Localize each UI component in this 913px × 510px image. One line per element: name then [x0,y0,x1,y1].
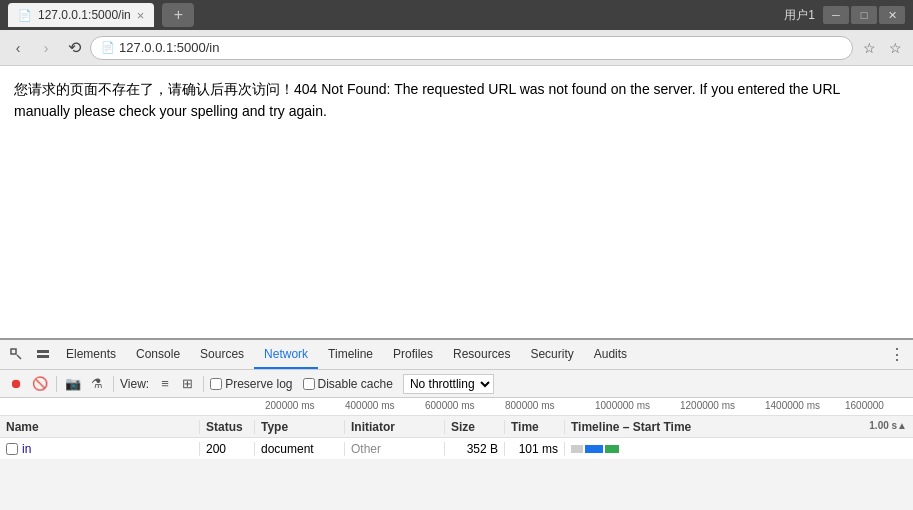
header-time: Time [505,420,565,434]
tab-resources[interactable]: Resources [443,340,520,369]
timeline-ruler: 200000 ms 400000 ms 600000 ms 800000 ms … [0,398,913,416]
timeline-bar-blue [585,445,603,453]
ruler-tick-5: 1000000 ms [595,400,650,411]
network-toolbar: ⏺ 🚫 📷 ⚗ View: ≡ ⊞ Preserve log Disable c… [0,370,913,398]
ruler-tick-7: 1400000 ms [765,400,820,411]
filter-button[interactable]: ⚗ [87,374,107,394]
back-button[interactable]: ‹ [6,36,30,60]
view-label: View: [120,377,149,391]
view-group-button[interactable]: ⊞ [177,374,197,394]
row-status-cell: 200 [200,442,255,456]
preserve-log-checkbox[interactable] [210,378,222,390]
disable-cache-checkbox[interactable] [303,378,315,390]
ruler-tick-2: 400000 ms [345,400,394,411]
tab-close-button[interactable]: × [137,8,145,23]
tab-network[interactable]: Network [254,340,318,369]
svg-rect-1 [37,350,49,353]
star-button[interactable]: ☆ [883,36,907,60]
ruler-tick-6: 1200000 ms [680,400,735,411]
address-bar[interactable]: 📄 127.0.0.1:5000/in [90,36,853,60]
tab-profiles[interactable]: Profiles [383,340,443,369]
record-button[interactable]: ⏺ [6,374,26,394]
timeline-scale: 1.00 s▲ [869,420,907,431]
timeline-bar [571,443,619,455]
row-time-cell: 101 ms [505,442,565,456]
header-type: Type [255,420,345,434]
header-size: Size [445,420,505,434]
error-message: 您请求的页面不存在了，请确认后再次访问！404 Not Found: The r… [14,78,899,123]
header-timeline: Timeline – Start Time 1.00 s▲ [565,420,913,434]
header-name: Name [0,420,200,434]
title-bar: 📄 127.0.0.1:5000/in × + 用户1 ─ □ ✕ [0,0,913,30]
table-row[interactable]: in 200 document Other 352 B 101 ms [0,438,913,460]
devtools-inspect-button[interactable] [4,343,30,367]
forward-button[interactable]: › [34,36,58,60]
svg-rect-0 [11,349,16,354]
ruler-tick-4: 800000 ms [505,400,554,411]
navigation-bar: ‹ › ⟲ 📄 127.0.0.1:5000/in ☆ ☆ [0,30,913,66]
row-timeline-cell [565,443,913,455]
network-content: Name Status Type Initiator Size Time Tim… [0,416,913,510]
throttle-container: No throttling GPRS Regular 2G Good 2G Re… [403,374,494,394]
tab-title: 127.0.0.1:5000/in [38,8,131,22]
header-status: Status [200,420,255,434]
tab-audits[interactable]: Audits [584,340,637,369]
row-name-cell: in [0,442,200,456]
new-tab-button[interactable]: + [162,3,194,27]
browser-tab[interactable]: 📄 127.0.0.1:5000/in × [8,3,154,27]
minimize-button[interactable]: ─ [823,6,849,24]
header-initiator: Initiator [345,420,445,434]
clear-button[interactable]: 🚫 [30,374,50,394]
view-list-button[interactable]: ≡ [155,374,175,394]
restore-button[interactable]: □ [851,6,877,24]
tab-sources[interactable]: Sources [190,340,254,369]
tab-favicon: 📄 [18,9,32,22]
row-checkbox[interactable] [6,443,18,455]
timeline-bar-grey [571,445,583,453]
nav-actions: ☆ ☆ [857,36,907,60]
user-label: 用户1 [784,7,815,24]
disable-cache-label[interactable]: Disable cache [303,377,393,391]
toolbar-divider-2 [113,376,114,392]
ruler-tick-3: 600000 ms [425,400,474,411]
tab-elements[interactable]: Elements [56,340,126,369]
timeline-bar-green [605,445,619,453]
view-buttons: ≡ ⊞ [155,374,197,394]
ruler-tick-1: 200000 ms [265,400,314,411]
devtools-more-button[interactable]: ⋮ [885,343,909,367]
row-initiator-cell: Other [345,442,445,456]
camera-button[interactable]: 📷 [63,374,83,394]
toolbar-divider-3 [203,376,204,392]
address-text: 127.0.0.1:5000/in [119,40,219,55]
page-icon: 📄 [101,41,115,54]
ruler-tick-8: 1600000 [845,400,884,411]
devtools-panel: Elements Console Sources Network Timelin… [0,338,913,510]
refresh-button[interactable]: ⟲ [62,36,86,60]
tab-console[interactable]: Console [126,340,190,369]
svg-rect-2 [37,355,49,358]
ruler-ticks: 200000 ms 400000 ms 600000 ms 800000 ms … [265,398,913,415]
row-size-cell: 352 B [445,442,505,456]
page-content: 您请求的页面不存在了，请确认后再次访问！404 Not Found: The r… [0,66,913,338]
window-controls: 用户1 ─ □ ✕ [784,6,905,24]
toolbar-divider-1 [56,376,57,392]
bookmark-list-button[interactable]: ☆ [857,36,881,60]
throttle-select[interactable]: No throttling GPRS Regular 2G Good 2G Re… [403,374,494,394]
row-type-cell: document [255,442,345,456]
devtools-console-drawer-button[interactable] [30,343,56,367]
tab-security[interactable]: Security [520,340,583,369]
close-window-button[interactable]: ✕ [879,6,905,24]
preserve-log-label[interactable]: Preserve log [210,377,292,391]
tab-timeline[interactable]: Timeline [318,340,383,369]
devtools-tab-bar: Elements Console Sources Network Timelin… [0,340,913,370]
network-table-header: Name Status Type Initiator Size Time Tim… [0,416,913,438]
